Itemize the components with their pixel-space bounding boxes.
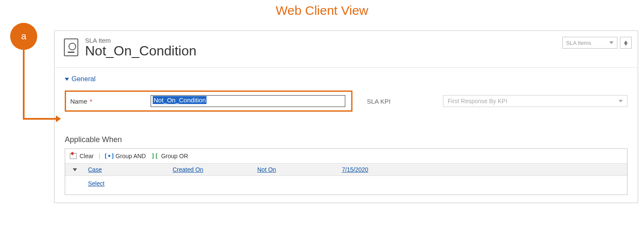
section-general-label: General — [72, 75, 96, 83]
general-field-row: Name * Not_On_Condition SLA KPI First Re… — [65, 90, 627, 112]
slakpi-field-label: SLA KPI — [367, 98, 435, 105]
annotation-connector-horizontal — [23, 118, 57, 120]
name-field-label: Name * — [70, 98, 151, 105]
clear-label: Clear — [80, 153, 94, 159]
name-input[interactable]: Not_On_Condition — [151, 95, 345, 107]
name-input-value: Not_On_Condition — [153, 96, 206, 104]
row-expand-toggle[interactable] — [73, 168, 77, 171]
group-and-icon: [•] — [105, 152, 113, 160]
toolbar-separator: | — [99, 153, 100, 159]
collapse-triangle-icon — [65, 78, 69, 81]
name-label-text: Name — [70, 98, 87, 105]
clear-icon — [70, 153, 77, 159]
condition-operator-link[interactable]: Not On — [257, 166, 342, 173]
group-or-label: Group OR — [161, 153, 188, 159]
form-header: SLA Item Not_On_Condition SLA Items — [55, 31, 638, 68]
condition-builder: Clear | [•] Group AND ][ Group OR Case C… — [65, 148, 627, 195]
highlight-name-field: Name * Not_On_Condition — [65, 90, 352, 112]
section-general-toggle[interactable]: General — [65, 75, 627, 83]
view-switcher-dropdown[interactable]: SLA Items — [562, 37, 617, 49]
up-navigate-button[interactable] — [620, 37, 632, 49]
group-and-button[interactable]: [•] Group AND — [105, 152, 146, 160]
condition-row: Case Created On Not On 7/15/2020 — [65, 163, 627, 176]
group-or-icon: ][ — [151, 152, 159, 160]
chevron-down-icon — [619, 100, 623, 102]
view-switcher-label: SLA Items — [566, 40, 591, 46]
condition-value-link[interactable]: 7/15/2020 — [342, 166, 427, 173]
slakpi-value: First Response By KPI — [448, 98, 507, 104]
form-card: SLA Item Not_On_Condition SLA Items Gene… — [54, 30, 638, 203]
page-heading: Web Client View — [0, 3, 644, 18]
group-and-label: Group AND — [116, 153, 146, 159]
chevron-down-icon — [609, 41, 614, 44]
annotation-badge-a: a — [10, 23, 37, 50]
condition-toolbar: Clear | [•] Group AND ][ Group OR — [65, 149, 627, 163]
condition-select-row: Select — [65, 176, 627, 195]
required-asterisk: * — [90, 98, 92, 105]
record-icon — [64, 38, 78, 56]
condition-field-link[interactable]: Created On — [173, 166, 257, 173]
select-new-condition-link[interactable]: Select — [88, 180, 105, 187]
record-title: Not_On_Condition — [85, 43, 562, 59]
condition-entity-link[interactable]: Case — [88, 166, 173, 173]
slakpi-select[interactable]: First Response By KPI — [443, 95, 627, 107]
form-body: General Name * Not_On_Condition SLA KPI … — [55, 68, 638, 203]
annotation-connector-vertical — [23, 50, 25, 119]
group-or-button[interactable]: ][ Group OR — [151, 152, 188, 160]
header-controls: SLA Items — [562, 37, 632, 49]
annotation-arrowhead — [56, 115, 61, 122]
applicable-when-heading: Applicable When — [65, 135, 627, 144]
clear-button[interactable]: Clear — [69, 152, 94, 160]
title-block: SLA Item Not_On_Condition — [85, 37, 562, 59]
